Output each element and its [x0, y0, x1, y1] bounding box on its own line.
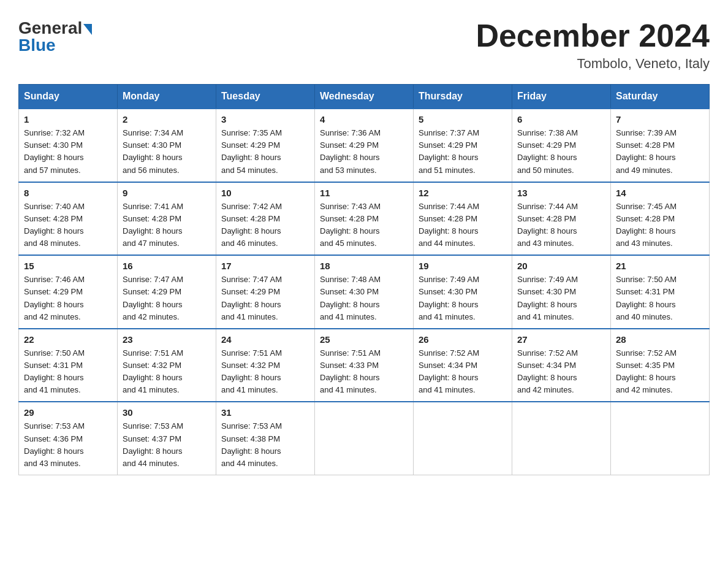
day-number: 31 [221, 407, 309, 418]
calendar-day-cell: 26Sunrise: 7:52 AMSunset: 4:34 PMDayligh… [414, 329, 512, 402]
calendar-week-row: 1Sunrise: 7:32 AMSunset: 4:30 PMDaylight… [19, 109, 710, 182]
day-number: 17 [221, 261, 309, 271]
day-info: Sunrise: 7:42 AMSunset: 4:28 PMDaylight:… [221, 201, 309, 250]
day-number: 26 [419, 334, 507, 345]
day-info: Sunrise: 7:47 AMSunset: 4:29 PMDaylight:… [221, 274, 309, 323]
day-number: 27 [517, 334, 605, 345]
calendar-day-cell: 2Sunrise: 7:34 AMSunset: 4:30 PMDaylight… [118, 109, 216, 182]
day-number: 15 [24, 261, 112, 271]
day-info: Sunrise: 7:50 AMSunset: 4:31 PMDaylight:… [24, 347, 112, 397]
calendar-day-cell: 29Sunrise: 7:53 AMSunset: 4:36 PMDayligh… [19, 402, 118, 475]
calendar-header-tuesday: Tuesday [216, 85, 315, 109]
calendar-day-cell: 10Sunrise: 7:42 AMSunset: 4:28 PMDayligh… [216, 182, 315, 256]
calendar-day-cell: 27Sunrise: 7:52 AMSunset: 4:34 PMDayligh… [512, 329, 611, 402]
day-info: Sunrise: 7:53 AMSunset: 4:36 PMDaylight:… [24, 420, 112, 470]
day-number: 12 [419, 188, 507, 198]
day-info: Sunrise: 7:43 AMSunset: 4:28 PMDaylight:… [320, 201, 408, 250]
calendar-day-cell: 28Sunrise: 7:52 AMSunset: 4:35 PMDayligh… [611, 329, 710, 402]
day-info: Sunrise: 7:48 AMSunset: 4:30 PMDaylight:… [320, 274, 408, 323]
calendar-week-row: 29Sunrise: 7:53 AMSunset: 4:36 PMDayligh… [19, 402, 710, 475]
day-info: Sunrise: 7:44 AMSunset: 4:28 PMDaylight:… [517, 201, 605, 250]
calendar-day-cell: 14Sunrise: 7:45 AMSunset: 4:28 PMDayligh… [611, 182, 710, 256]
calendar-day-cell: 9Sunrise: 7:41 AMSunset: 4:28 PMDaylight… [118, 182, 216, 256]
day-info: Sunrise: 7:40 AMSunset: 4:28 PMDaylight:… [24, 201, 112, 250]
day-info: Sunrise: 7:51 AMSunset: 4:33 PMDaylight:… [320, 347, 408, 397]
calendar-header-saturday: Saturday [611, 85, 710, 109]
day-number: 24 [221, 334, 309, 345]
day-info: Sunrise: 7:39 AMSunset: 4:28 PMDaylight:… [616, 127, 704, 177]
day-number: 3 [221, 114, 309, 124]
calendar-day-cell: 12Sunrise: 7:44 AMSunset: 4:28 PMDayligh… [414, 182, 512, 256]
day-number: 22 [24, 334, 112, 345]
calendar-header-monday: Monday [118, 85, 216, 109]
calendar-day-cell: 25Sunrise: 7:51 AMSunset: 4:33 PMDayligh… [315, 329, 414, 402]
calendar-empty-cell [315, 402, 414, 475]
calendar-day-cell: 8Sunrise: 7:40 AMSunset: 4:28 PMDaylight… [19, 182, 118, 256]
day-number: 20 [517, 261, 605, 271]
logo-arrow-icon [83, 24, 92, 35]
day-number: 25 [320, 334, 408, 345]
day-info: Sunrise: 7:34 AMSunset: 4:30 PMDaylight:… [123, 127, 211, 177]
day-number: 21 [616, 261, 704, 271]
day-info: Sunrise: 7:49 AMSunset: 4:30 PMDaylight:… [517, 274, 605, 323]
day-info: Sunrise: 7:37 AMSunset: 4:29 PMDaylight:… [419, 127, 507, 177]
day-number: 18 [320, 261, 408, 271]
calendar-day-cell: 4Sunrise: 7:36 AMSunset: 4:29 PMDaylight… [315, 109, 414, 182]
day-info: Sunrise: 7:41 AMSunset: 4:28 PMDaylight:… [123, 201, 211, 250]
calendar-header-row: SundayMondayTuesdayWednesdayThursdayFrid… [19, 85, 710, 109]
day-number: 5 [419, 114, 507, 124]
day-number: 6 [517, 114, 605, 124]
day-info: Sunrise: 7:36 AMSunset: 4:29 PMDaylight:… [320, 127, 408, 177]
day-number: 30 [123, 407, 211, 418]
day-number: 2 [123, 114, 211, 124]
day-info: Sunrise: 7:52 AMSunset: 4:34 PMDaylight:… [517, 347, 605, 397]
day-number: 14 [616, 188, 704, 198]
day-number: 9 [123, 188, 211, 198]
day-info: Sunrise: 7:49 AMSunset: 4:30 PMDaylight:… [419, 274, 507, 323]
calendar-empty-cell [414, 402, 512, 475]
calendar-day-cell: 15Sunrise: 7:46 AMSunset: 4:29 PMDayligh… [19, 255, 118, 329]
day-info: Sunrise: 7:53 AMSunset: 4:38 PMDaylight:… [221, 420, 309, 470]
day-number: 19 [419, 261, 507, 271]
calendar-empty-cell [611, 402, 710, 475]
calendar-day-cell: 3Sunrise: 7:35 AMSunset: 4:29 PMDaylight… [216, 109, 315, 182]
calendar-header-wednesday: Wednesday [315, 85, 414, 109]
calendar-day-cell: 16Sunrise: 7:47 AMSunset: 4:29 PMDayligh… [118, 255, 216, 329]
day-number: 16 [123, 261, 211, 271]
month-title: December 2024 [476, 18, 710, 53]
calendar-week-row: 22Sunrise: 7:50 AMSunset: 4:31 PMDayligh… [19, 329, 710, 402]
calendar-day-cell: 20Sunrise: 7:49 AMSunset: 4:30 PMDayligh… [512, 255, 611, 329]
day-info: Sunrise: 7:35 AMSunset: 4:29 PMDaylight:… [221, 127, 309, 177]
calendar-day-cell: 24Sunrise: 7:51 AMSunset: 4:32 PMDayligh… [216, 329, 315, 402]
day-number: 7 [616, 114, 704, 124]
title-section: December 2024 Tombolo, Veneto, Italy [476, 18, 710, 72]
calendar-day-cell: 23Sunrise: 7:51 AMSunset: 4:32 PMDayligh… [118, 329, 216, 402]
day-info: Sunrise: 7:51 AMSunset: 4:32 PMDaylight:… [123, 347, 211, 397]
day-number: 11 [320, 188, 408, 198]
day-info: Sunrise: 7:52 AMSunset: 4:35 PMDaylight:… [616, 347, 704, 397]
day-number: 8 [24, 188, 112, 198]
page-header: General Blue December 2024 Tombolo, Vene… [18, 18, 710, 72]
day-info: Sunrise: 7:45 AMSunset: 4:28 PMDaylight:… [616, 201, 704, 250]
calendar-day-cell: 6Sunrise: 7:38 AMSunset: 4:29 PMDaylight… [512, 109, 611, 182]
day-number: 28 [616, 334, 704, 345]
calendar-week-row: 8Sunrise: 7:40 AMSunset: 4:28 PMDaylight… [19, 182, 710, 256]
day-number: 1 [24, 114, 112, 124]
day-info: Sunrise: 7:51 AMSunset: 4:32 PMDaylight:… [221, 347, 309, 397]
calendar-day-cell: 22Sunrise: 7:50 AMSunset: 4:31 PMDayligh… [19, 329, 118, 402]
calendar-header-sunday: Sunday [19, 85, 118, 109]
calendar-day-cell: 30Sunrise: 7:53 AMSunset: 4:37 PMDayligh… [118, 402, 216, 475]
day-number: 13 [517, 188, 605, 198]
calendar-header-thursday: Thursday [414, 85, 512, 109]
logo: General Blue [18, 18, 92, 55]
day-info: Sunrise: 7:38 AMSunset: 4:29 PMDaylight:… [517, 127, 605, 177]
calendar-day-cell: 13Sunrise: 7:44 AMSunset: 4:28 PMDayligh… [512, 182, 611, 256]
calendar-day-cell: 18Sunrise: 7:48 AMSunset: 4:30 PMDayligh… [315, 255, 414, 329]
day-info: Sunrise: 7:32 AMSunset: 4:30 PMDaylight:… [24, 127, 112, 177]
calendar-day-cell: 19Sunrise: 7:49 AMSunset: 4:30 PMDayligh… [414, 255, 512, 329]
calendar-day-cell: 1Sunrise: 7:32 AMSunset: 4:30 PMDaylight… [19, 109, 118, 182]
calendar-empty-cell [512, 402, 611, 475]
day-info: Sunrise: 7:53 AMSunset: 4:37 PMDaylight:… [123, 420, 211, 470]
day-number: 4 [320, 114, 408, 124]
day-info: Sunrise: 7:44 AMSunset: 4:28 PMDaylight:… [419, 201, 507, 250]
